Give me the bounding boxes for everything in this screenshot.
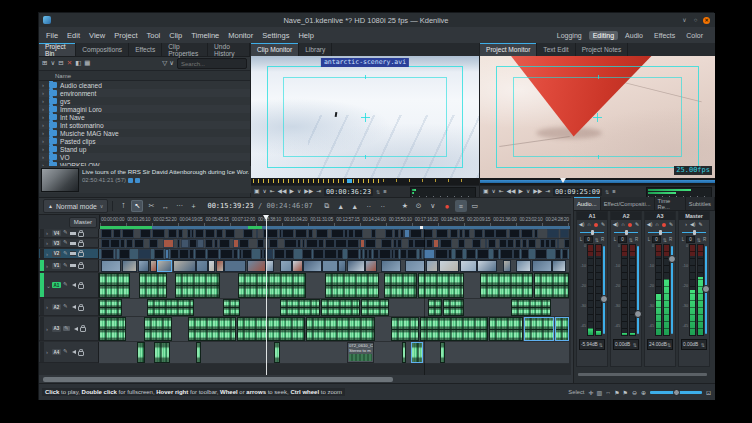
pan-slider[interactable] bbox=[577, 229, 607, 236]
timeline-clip[interactable] bbox=[216, 260, 224, 272]
forward-icon[interactable]: ▶▶ bbox=[304, 189, 313, 195]
timeline-clip[interactable] bbox=[515, 239, 521, 248]
timeline-clip[interactable] bbox=[348, 229, 353, 238]
expander-icon[interactable]: › bbox=[42, 90, 46, 96]
timeline-clip[interactable] bbox=[360, 249, 363, 259]
timeline-clip[interactable] bbox=[316, 229, 328, 238]
track-badge[interactable]: V4 bbox=[52, 230, 61, 236]
target-strip[interactable] bbox=[40, 342, 44, 362]
gain-spinbox[interactable]: -5.94dB⇅ bbox=[579, 339, 605, 350]
track-content-v1[interactable] bbox=[99, 260, 569, 273]
timeline-clip[interactable] bbox=[170, 249, 179, 259]
timeline-clip[interactable] bbox=[196, 342, 201, 363]
edit-pen-icon[interactable]: ✎ bbox=[635, 222, 639, 227]
track-head-a3[interactable]: ›A3✎ bbox=[39, 317, 99, 341]
timeline-clip[interactable] bbox=[513, 249, 520, 259]
timeline-clip[interactable] bbox=[459, 229, 464, 238]
timeline-clip[interactable] bbox=[394, 229, 399, 238]
timeline-clip[interactable] bbox=[534, 273, 569, 298]
timeline-clip[interactable] bbox=[555, 249, 561, 259]
dropdown[interactable]: ∨ bbox=[427, 200, 439, 212]
timeline-clip[interactable] bbox=[337, 249, 343, 259]
timeline-clip[interactable] bbox=[499, 239, 507, 248]
tab-compositions[interactable]: Compositions bbox=[76, 43, 129, 56]
timeline-clip[interactable] bbox=[308, 229, 313, 238]
timeline-clip[interactable] bbox=[400, 249, 406, 259]
timeline-clip[interactable] bbox=[134, 239, 144, 248]
balance-control[interactable]: L0⇅R bbox=[679, 236, 709, 243]
bin-folder-row[interactable]: ›Musiche MAG Nave bbox=[39, 129, 250, 137]
track-content-v3[interactable] bbox=[99, 239, 569, 249]
timeline-clip[interactable] bbox=[503, 260, 511, 272]
expander-icon[interactable]: › bbox=[46, 230, 50, 236]
collapse-icon[interactable]: › bbox=[685, 222, 687, 227]
timeline-position[interactable]: 00:15:39:23 / 00:24:46:07 bbox=[207, 202, 312, 210]
timeline-clip[interactable] bbox=[165, 249, 170, 259]
channel-name[interactable]: A2 bbox=[611, 212, 641, 220]
timeline-clip[interactable] bbox=[284, 239, 296, 248]
timeline-clip[interactable] bbox=[450, 229, 458, 238]
project-monitor-video[interactable]: 25.00fps bbox=[480, 56, 715, 178]
expander-icon[interactable]: ⌄ bbox=[46, 282, 50, 289]
workspace-color[interactable]: Color bbox=[682, 31, 707, 40]
timeline-clip[interactable] bbox=[303, 260, 322, 272]
zone-end-icon[interactable]: ⇥ bbox=[545, 189, 550, 195]
timeline-clip[interactable] bbox=[260, 249, 263, 259]
timeline-clip[interactable] bbox=[139, 273, 167, 298]
timeline-clip[interactable] bbox=[509, 229, 520, 238]
monitor-headphones-icon[interactable]: ∩ bbox=[655, 222, 659, 227]
timeline-clip[interactable] bbox=[280, 299, 320, 316]
track-badge[interactable]: A1 bbox=[52, 282, 61, 288]
edit-pen-icon[interactable]: ✎ bbox=[63, 326, 70, 332]
expander-icon[interactable]: › bbox=[46, 251, 50, 257]
timeline-clip[interactable] bbox=[364, 249, 368, 259]
edit-pen-icon[interactable]: ✎ bbox=[63, 349, 68, 355]
menu-help[interactable]: Help bbox=[298, 31, 313, 40]
fader-knob[interactable] bbox=[634, 310, 642, 318]
timeline-clip[interactable] bbox=[347, 260, 365, 272]
tab-audio-[interactable]: Audio... bbox=[574, 197, 601, 210]
gain-spinbox[interactable]: 0.00dB⇅ bbox=[681, 339, 707, 350]
track-content-v4[interactable] bbox=[99, 229, 569, 239]
timeline-clip[interactable] bbox=[385, 229, 394, 238]
menu-clip[interactable]: Clip bbox=[169, 31, 182, 40]
rewind-icon[interactable]: ◀◀ bbox=[278, 189, 287, 195]
lock-icon[interactable] bbox=[78, 306, 84, 311]
menu-icon[interactable]: ≡ bbox=[612, 189, 615, 195]
timeline-clip[interactable] bbox=[205, 239, 214, 248]
timeline-clip[interactable] bbox=[418, 273, 463, 298]
timeline-clip[interactable] bbox=[435, 249, 447, 259]
insert[interactable]: + bbox=[187, 200, 199, 212]
zone-start-icon[interactable]: ⇤ bbox=[270, 189, 275, 195]
timeline-clip[interactable] bbox=[110, 239, 119, 248]
timeline-clip[interactable] bbox=[522, 239, 528, 248]
target-strip[interactable] bbox=[40, 317, 44, 340]
lock-icon[interactable] bbox=[78, 242, 84, 247]
timeline-clip[interactable] bbox=[189, 239, 196, 248]
expander-icon[interactable]: › bbox=[42, 114, 46, 120]
timeline-clip[interactable] bbox=[419, 249, 422, 259]
timeline-clip[interactable] bbox=[365, 239, 376, 248]
timeline-clip[interactable] bbox=[555, 317, 569, 341]
record[interactable]: ● bbox=[441, 200, 453, 212]
timeline-clip[interactable] bbox=[381, 239, 392, 248]
play-icon[interactable]: ▶ bbox=[519, 189, 523, 195]
tab-subtitles[interactable]: Subtitles bbox=[686, 197, 715, 210]
workspace-effects[interactable]: Effects bbox=[650, 31, 679, 40]
gain-spinbox[interactable]: 0.00dB⇅ bbox=[613, 339, 639, 350]
timeline-clip[interactable] bbox=[138, 249, 150, 259]
timeline-clip[interactable] bbox=[354, 229, 363, 238]
edit-pen-icon[interactable]: ✎ bbox=[63, 263, 68, 269]
tab-effect-compositi-[interactable]: Effect/Compositi... bbox=[601, 197, 655, 210]
timeline-clip[interactable] bbox=[120, 239, 125, 248]
dropdown-icon[interactable]: ∨ bbox=[50, 60, 55, 67]
mixer-toggle[interactable]: ≡ bbox=[455, 200, 467, 212]
timeline-clip[interactable] bbox=[428, 299, 443, 316]
filter-icon[interactable]: ▽ bbox=[162, 60, 167, 67]
timeline-clip[interactable] bbox=[214, 239, 218, 248]
timeline-clip[interactable] bbox=[516, 260, 531, 272]
timeline-clip[interactable] bbox=[562, 249, 569, 259]
bin-folder-row[interactable]: ›VO bbox=[39, 153, 250, 161]
timeline-clip[interactable] bbox=[257, 239, 264, 248]
lock-icon[interactable] bbox=[78, 284, 84, 289]
